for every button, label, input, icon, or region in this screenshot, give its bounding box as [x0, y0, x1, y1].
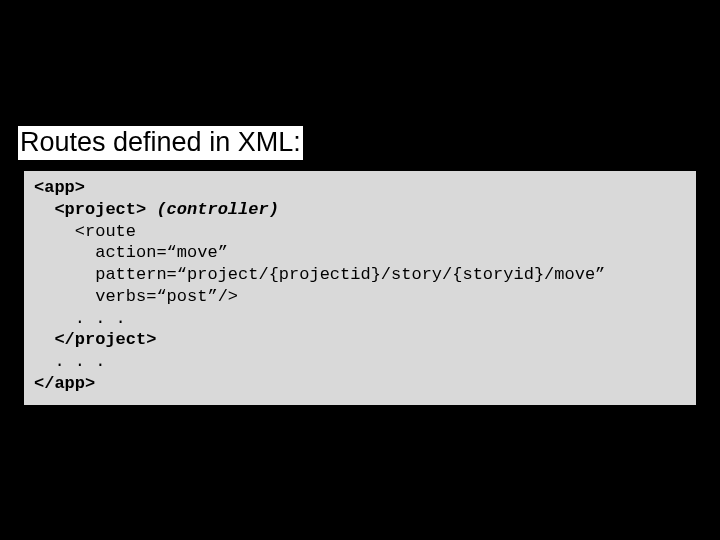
code-line-6: verbs=“post”/>: [34, 287, 238, 306]
code-line-4: action=“move”: [34, 243, 228, 262]
slide: Routes defined in XML: <app> <project> (…: [0, 0, 720, 540]
code-line-7: . . .: [34, 309, 126, 328]
slide-heading: Routes defined in XML:: [18, 126, 303, 162]
code-block: <app> <project> (controller) <route acti…: [22, 169, 698, 407]
code-line-8: </project>: [34, 330, 156, 349]
code-line-9: . . .: [34, 352, 105, 371]
code-line-2-tag: <project>: [34, 200, 146, 219]
code-line-10: </app>: [34, 374, 95, 393]
code-line-3: <route: [34, 222, 136, 241]
code-line-1: <app>: [34, 178, 85, 197]
heading-text: Routes defined in XML:: [20, 127, 301, 157]
code-content: <app> <project> (controller) <route acti…: [34, 177, 686, 395]
code-line-2-comment: (controller): [146, 200, 279, 219]
code-line-5: pattern=“project/{projectid}/story/{stor…: [34, 265, 605, 284]
